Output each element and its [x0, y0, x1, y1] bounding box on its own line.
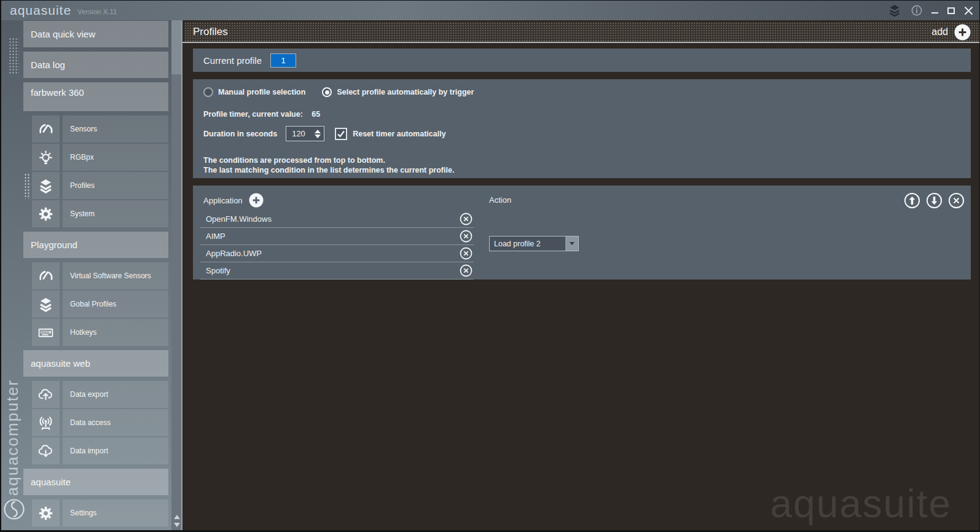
- application-name: Spotify: [206, 266, 460, 275]
- application-name: OpenFM.Windows: [206, 214, 460, 224]
- application-row: Spotify: [200, 262, 474, 280]
- scrollbar-thumb[interactable]: [171, 20, 181, 74]
- cloud-down-icon: [32, 437, 60, 464]
- remove-application-icon[interactable]: [460, 264, 472, 277]
- spinner-up-arrow[interactable]: [315, 130, 321, 133]
- profile-timer-label: Profile timer, current value:: [203, 110, 303, 119]
- watermark: aquasuite: [770, 481, 952, 526]
- sidebar-items: Data quick view Data log farbwerk 360 Se…: [23, 21, 168, 528]
- sidebar-header-farbwerk-360[interactable]: farbwerk 360: [23, 82, 168, 111]
- add-label[interactable]: add: [931, 26, 948, 37]
- trigger-settings-panel: Manual profile selection Select profile …: [193, 79, 971, 178]
- remove-application-icon[interactable]: [460, 247, 472, 260]
- scroll-down-arrow[interactable]: [174, 523, 180, 527]
- info-icon[interactable]: [911, 5, 922, 16]
- application-column: Application OpenFM.Windows AIMP: [200, 193, 474, 280]
- dropdown-arrow-icon[interactable]: [565, 237, 578, 251]
- sidebar-item-virtual-software-sensors[interactable]: Virtual Software Sensors: [32, 262, 168, 289]
- duration-label: Duration in seconds: [203, 130, 277, 138]
- bulb-icon: [32, 144, 60, 171]
- layers-icon: [32, 291, 60, 318]
- sidebar-item-label: Hotkeys: [70, 328, 96, 337]
- sidebar-item-label: Gobal Profiles: [70, 300, 116, 308]
- sidebar-header-aquasuite-web[interactable]: aquasuite web: [23, 350, 168, 377]
- header-separator: [182, 42, 979, 43]
- sidebar-header-label: aquasuite: [31, 477, 71, 487]
- app-brand: aquasuite: [10, 3, 71, 18]
- delete-condition-icon[interactable]: [948, 192, 965, 209]
- sidebar-scrollbar[interactable]: [171, 20, 181, 530]
- spinner-down-arrow[interactable]: [315, 135, 321, 138]
- page-title: Profiles: [193, 26, 931, 38]
- page-header: Profiles add: [184, 22, 979, 42]
- scroll-up-arrow[interactable]: [174, 515, 180, 519]
- main-content: Profiles add Current profile 1 Manual pr…: [182, 20, 979, 530]
- sidebar-item-data-access[interactable]: Data access: [32, 409, 168, 436]
- close-button[interactable]: [964, 6, 973, 15]
- vertical-brand: aquacomputer: [3, 379, 22, 496]
- move-up-icon[interactable]: [904, 192, 920, 209]
- application-row: OpenFM.Windows: [200, 211, 474, 228]
- sidebar-item-label: Profiles: [70, 181, 95, 190]
- sidebar-header-aquasuite[interactable]: aquasuite: [23, 469, 168, 495]
- move-down-icon[interactable]: [926, 192, 943, 209]
- action-dropdown-value[interactable]: Load profile 2: [490, 237, 565, 251]
- sidebar-header-playground[interactable]: Playground: [23, 232, 168, 258]
- gauge-icon: [32, 115, 60, 143]
- aquasuite-window: aquasuite Version X.11: [0, 0, 980, 532]
- condition-notes: The conditions are processed from top to…: [203, 155, 971, 175]
- maximize-button[interactable]: [947, 7, 955, 14]
- current-profile-label: Current profile: [203, 55, 262, 66]
- manual-profile-radio[interactable]: [203, 87, 213, 97]
- current-profile-panel: Current profile 1: [193, 49, 971, 72]
- duration-spinner[interactable]: 120: [286, 126, 324, 141]
- sidebar-item-label: Data import: [70, 447, 108, 455]
- sidebar-header-label: Data quick view: [31, 29, 95, 39]
- manual-profile-radio-label[interactable]: Manual profile selection: [218, 88, 305, 96]
- sidebar-item-label: RGBpx: [70, 153, 94, 162]
- sidebar-item-hotkeys[interactable]: Hotkeys: [32, 319, 168, 346]
- note-line-1: The conditions are processed from top to…: [203, 155, 971, 165]
- sidebar-item-data-export[interactable]: Data export: [32, 381, 168, 408]
- duration-value[interactable]: 120: [286, 129, 313, 138]
- layers-icon[interactable]: [887, 3, 902, 18]
- application-name: AppRadio.UWP: [206, 249, 460, 258]
- gear-icon: [32, 200, 60, 227]
- application-list: OpenFM.Windows AIMP AppRadio.UWP Spotify: [200, 211, 474, 280]
- cloud-up-icon: [32, 381, 60, 408]
- remove-application-icon[interactable]: [460, 213, 472, 225]
- sidebar-item-sensors[interactable]: Sensors: [32, 115, 168, 143]
- sidebar-item-gobal-profiles[interactable]: Gobal Profiles: [32, 291, 168, 318]
- sidebar-item-rgbpx[interactable]: RGBpx: [32, 144, 168, 171]
- current-profile-value: 1: [270, 53, 296, 68]
- titlebar: aquasuite Version X.11: [1, 1, 979, 20]
- auto-profile-radio-label[interactable]: Select profile automatically by trigger: [337, 88, 474, 96]
- sidebar-header-label: farbwerk 360: [31, 87, 84, 98]
- minimize-button[interactable]: [931, 7, 938, 14]
- note-line-2: The last matching condition in the list …: [203, 165, 971, 175]
- gear-icon: [32, 499, 60, 526]
- sidebar-item-profiles[interactable]: Profiles: [32, 172, 168, 199]
- add-plus-icon[interactable]: [954, 24, 971, 41]
- sidebar-item-label: Sensors: [70, 125, 97, 133]
- remove-application-icon[interactable]: [460, 230, 472, 243]
- application-row: AIMP: [200, 228, 474, 245]
- action-dropdown[interactable]: Load profile 2: [489, 236, 579, 251]
- reset-timer-label[interactable]: Reset timer automatically: [353, 130, 445, 138]
- sidebar-item-label: Data access: [70, 418, 111, 427]
- sidebar-header-label: Data log: [31, 60, 65, 70]
- layers-icon: [32, 172, 60, 199]
- application-label: Application: [203, 196, 243, 205]
- keyboard-icon: [32, 319, 60, 346]
- sidebar-header-data-log[interactable]: Data log: [23, 52, 168, 78]
- sidebar-item-data-import[interactable]: Data import: [32, 437, 168, 464]
- reset-timer-checkbox[interactable]: [335, 128, 347, 140]
- sidebar-header-label: Playground: [31, 240, 77, 250]
- add-application-icon[interactable]: [249, 193, 264, 208]
- auto-profile-radio[interactable]: [322, 87, 332, 97]
- sidebar-item-system[interactable]: System: [32, 200, 168, 227]
- sidebar-header-data-quick-view[interactable]: Data quick view: [23, 21, 168, 47]
- sidebar-item-settings[interactable]: Settings: [32, 499, 168, 526]
- action-label: Action: [489, 195, 511, 205]
- aquacomputer-logo-icon: [3, 498, 25, 520]
